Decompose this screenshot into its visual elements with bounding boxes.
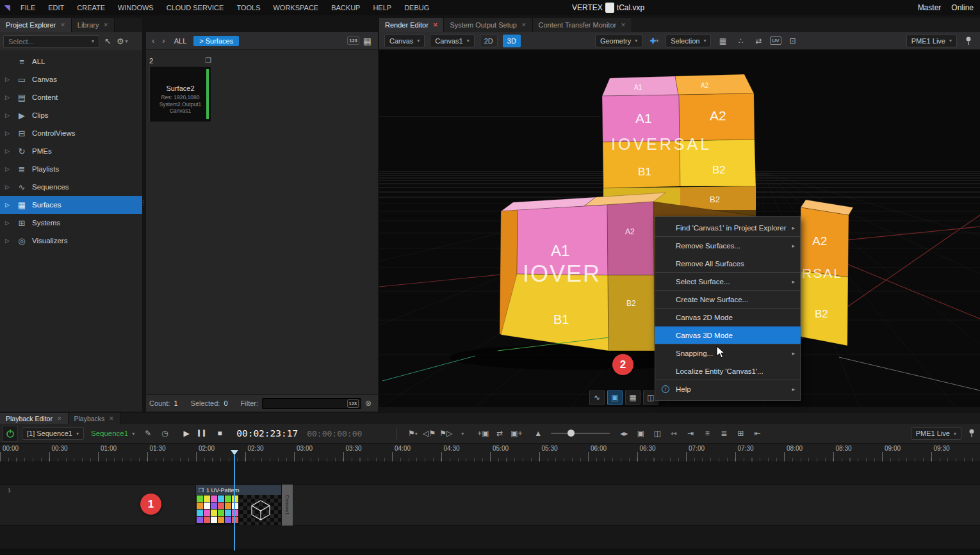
canvas-type-dropdown[interactable]: Canvas▾ [384, 35, 425, 47]
surface-card[interactable]: Surface2 Res: 1920,1080 System2.Output1 … [149, 66, 211, 122]
power-button[interactable] [2, 426, 18, 442]
pme-live-dropdown[interactable]: PME1 Live▾ [911, 427, 961, 440]
tree-item[interactable]: ▷ ▭ Canvas [0, 70, 142, 88]
distribute-icon[interactable]: ⊞ [734, 427, 747, 440]
align-even-icon[interactable]: ≣ [717, 427, 730, 440]
context-menu-item[interactable]: i Canvas 2D Mode ▸ [655, 309, 800, 326]
jump-end-icon[interactable]: ⇥ [684, 427, 697, 440]
nav-forward-icon[interactable]: › [160, 36, 167, 45]
tree-item[interactable]: ▷ ▶ Clips [0, 106, 142, 124]
menubar-item[interactable]: WORKSPACE [266, 0, 325, 15]
menubar-item[interactable]: FILE [14, 0, 42, 15]
chevron-right-icon[interactable]: ▷ [5, 148, 12, 154]
chevron-right-icon[interactable]: ▷ [5, 237, 12, 244]
play-button[interactable]: ▶ [180, 427, 193, 440]
context-menu-item[interactable]: i Localize Entity 'Canvas1'... ▸ [655, 362, 800, 380]
add-clip-icon[interactable]: +▣ [477, 427, 489, 440]
tree-item[interactable]: ▷ ∿ Sequences [0, 178, 142, 196]
filter-input[interactable]: 123 [262, 398, 361, 409]
menubar-item[interactable]: WINDOWS [111, 0, 160, 15]
viewport-grid-icon[interactable]: ▦ [625, 390, 641, 405]
playhead-marker[interactable] [231, 450, 238, 455]
chevron-right-icon[interactable]: ▷ [5, 130, 12, 136]
close-icon[interactable]: ✕ [109, 415, 114, 422]
tree-item[interactable]: ▷ ≡ ALL [0, 52, 142, 70]
tree-item[interactable]: ▷ ▤ Content [0, 88, 142, 106]
mirror-icon[interactable]: ⇄ [752, 35, 765, 47]
pme-live-dropdown[interactable]: PME1 Live▾ [906, 35, 957, 47]
menubar-item[interactable]: BACKUP [325, 0, 366, 15]
timeline-zoom-slider[interactable] [551, 433, 610, 434]
tree-item[interactable]: ▷ ⊞ Systems [0, 214, 142, 232]
move-tool-icon[interactable]: ✚▾ [648, 35, 660, 47]
frame-clip-icon[interactable]: ▣ [634, 427, 647, 440]
prev-cue-button[interactable]: ◁⚑ [423, 427, 436, 440]
render-tab[interactable]: Render Editor✕ [379, 18, 444, 32]
active-sequence-label[interactable]: Sequence1▾ [88, 430, 138, 437]
breadcrumb-all[interactable]: ALL [171, 37, 190, 45]
uv-icon[interactable]: UV [770, 36, 781, 45]
cue-mode-dropdown[interactable]: ▾ [456, 427, 469, 440]
zoom-slider-handle[interactable] [568, 430, 575, 437]
mode-3d-button[interactable]: 3D [503, 35, 521, 47]
panel-tab[interactable]: Library✕ [72, 18, 115, 32]
select-dropdown[interactable]: Select...▾ [3, 35, 99, 48]
grid-view-icon[interactable]: ▦ [363, 36, 372, 46]
context-menu-item[interactable]: i Select Surface... ▸ [655, 273, 800, 291]
cue-flag-dropdown[interactable]: ⚑▾ [406, 427, 419, 440]
close-icon[interactable]: ✕ [521, 22, 527, 28]
edit-cue-icon[interactable]: ✎ [142, 427, 154, 440]
geometry-dropdown[interactable]: Geometry▾ [595, 35, 642, 47]
clear-filter-icon[interactable]: ⊗ [365, 399, 372, 408]
nav-back-icon[interactable]: ‹ [150, 36, 156, 45]
menubar-item[interactable]: CREATE [70, 0, 111, 15]
pin-icon[interactable] [962, 35, 975, 47]
next-cue-button[interactable]: ⚑▷ [439, 427, 452, 440]
tree-item[interactable]: ▷ ≣ Playlists [0, 160, 142, 178]
panel-tab[interactable]: Project Explorer✕ [0, 18, 72, 32]
menubar-item[interactable]: EDIT [42, 0, 70, 15]
render-tab[interactable]: System Output Setup✕ [444, 18, 532, 32]
numeric-view-icon[interactable]: 123 [347, 36, 359, 45]
tree-item[interactable]: ▷ ◎ Visualizers [0, 232, 142, 250]
menubar-item[interactable]: TOOLS [230, 0, 266, 15]
close-icon[interactable]: ✕ [433, 22, 438, 28]
chevron-right-icon[interactable]: ▷ [5, 112, 12, 118]
follow-playhead-icon[interactable]: ◂▸ [617, 427, 630, 440]
grid-snap-icon[interactable]: ▦ [716, 35, 729, 47]
group-collapse-icon[interactable]: ❐ [205, 56, 211, 65]
pin-icon[interactable] [965, 427, 978, 440]
performance-icon[interactable]: ∿ [589, 390, 605, 405]
tree-item[interactable]: ▷ ⊟ ControlViews [0, 124, 142, 142]
expand-view-icon[interactable]: ⊡ [787, 35, 799, 47]
clock-icon[interactable]: ◷ [158, 427, 171, 440]
chevron-right-icon[interactable]: ▷ [5, 184, 12, 190]
pause-button[interactable]: ▍▍ [197, 427, 209, 440]
playback-tab[interactable]: Playbacks✕ [69, 413, 120, 424]
timeline-clip[interactable]: ❐ 1 UV-Pattern [195, 485, 293, 526]
context-menu-item[interactable]: i Canvas 3D Mode ▸ [655, 326, 801, 344]
playback-tab[interactable]: Playback Editor✕ [0, 413, 69, 424]
close-icon[interactable]: ✕ [621, 22, 626, 28]
chevron-right-icon[interactable]: ▷ [5, 202, 12, 208]
stop-button[interactable]: ■ [213, 427, 226, 440]
context-menu-item[interactable]: i Remove Surfaces... ▸ [655, 237, 800, 255]
close-icon[interactable]: ✕ [103, 22, 108, 28]
frame-all-icon[interactable]: ◫ [651, 427, 664, 440]
sequence-dropdown[interactable]: [1] Sequence1▾ [22, 427, 84, 440]
tree-item[interactable]: ▷ ▦ Surfaces [0, 196, 142, 214]
pointer-select-icon[interactable]: ↖ [104, 36, 111, 46]
chevron-right-icon[interactable]: ▷ [5, 166, 12, 172]
align-top-icon[interactable]: ≡ [701, 427, 714, 440]
context-menu-item[interactable]: i Snapping... ▸ [655, 344, 800, 362]
playhead-line[interactable] [234, 455, 235, 551]
preview-display-icon[interactable]: ▣ [607, 390, 623, 405]
ripple-icon[interactable]: ⇤ [751, 427, 764, 440]
tree-item[interactable]: ▷ ↻ PMEs [0, 142, 142, 160]
selection-dropdown[interactable]: Selection▾ [666, 35, 711, 47]
gear-icon[interactable]: ⚙▾ [117, 36, 128, 46]
close-icon[interactable]: ✕ [57, 415, 62, 422]
render-tab[interactable]: Content Transfer Monitor✕ [533, 18, 632, 32]
menubar-item[interactable]: HELP [366, 0, 398, 15]
canvas-select-dropdown[interactable]: Canvas1▾ [430, 35, 474, 47]
